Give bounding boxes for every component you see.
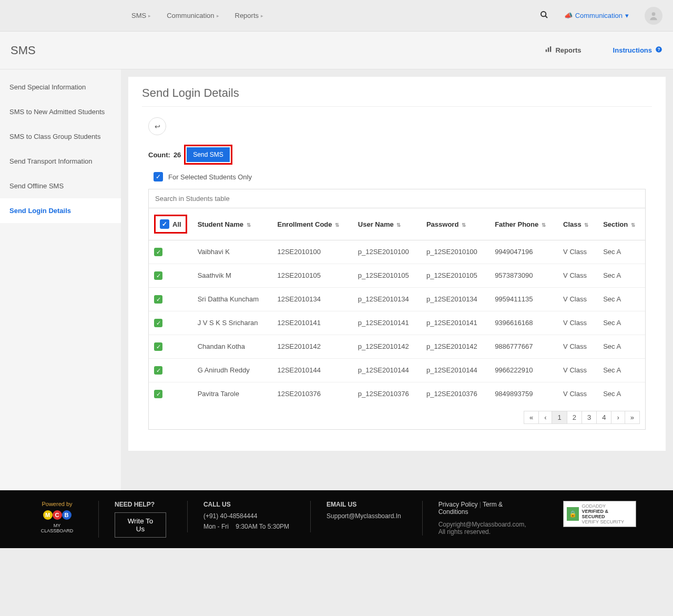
page-2[interactable]: 2 <box>567 411 582 424</box>
sort-icon: ⇅ <box>462 222 466 228</box>
crumb-communication[interactable]: Communication ▸ <box>167 12 219 19</box>
cell-class: V Class <box>558 311 598 335</box>
svg-rect-4 <box>548 48 549 52</box>
cell-class: V Class <box>558 382 598 406</box>
search-input[interactable] <box>149 189 645 208</box>
cell-pass: p_12SE2010376 <box>421 382 490 406</box>
row-checkbox[interactable]: ✓ <box>154 390 162 398</box>
col-header-2[interactable]: User Name ⇅ <box>353 208 421 240</box>
privacy-link[interactable]: Privacy Policy <box>439 501 478 508</box>
row-checkbox[interactable]: ✓ <box>154 295 162 304</box>
cell-name: Pavitra Tarole <box>192 382 272 406</box>
row-checkbox[interactable]: ✓ <box>154 248 162 256</box>
cell-pass: p_12SE2010105 <box>421 264 490 288</box>
page-‹[interactable]: ‹ <box>538 411 552 424</box>
count-label: Count: <box>148 151 170 159</box>
students-table: ✓AllStudent Name ⇅Enrollment Code ⇅User … <box>149 208 645 406</box>
svg-point-2 <box>652 12 656 16</box>
pagination: «‹1234›» <box>149 406 645 429</box>
sort-icon: ⇅ <box>247 222 251 228</box>
powered-by: Powered by <box>37 501 77 507</box>
table-row: ✓Chandan Kotha12SE2010142p_12SE2010142p_… <box>149 335 645 359</box>
call-title: CALL US <box>203 501 289 508</box>
cell-name: Vaibhavi K <box>192 240 272 264</box>
cell-phone: 9959411135 <box>490 288 558 311</box>
sidebar-item-0[interactable]: Send Special Information <box>0 75 121 99</box>
email-title: EMAIL US <box>327 501 401 508</box>
svg-rect-3 <box>546 49 547 52</box>
col-header-6[interactable]: Section ⇅ <box>598 208 645 240</box>
cell-class: V Class <box>558 288 598 311</box>
cell-pass: p_12SE2010144 <box>421 359 490 382</box>
sidebar-item-3[interactable]: Send Transport Information <box>0 149 121 174</box>
tab-instructions[interactable]: Instructions ? <box>613 46 662 55</box>
page-«[interactable]: « <box>524 411 539 424</box>
cell-pass: p_12SE2010134 <box>421 288 490 311</box>
back-button[interactable]: ↩ <box>148 117 166 135</box>
cell-code: 12SE2010105 <box>272 264 352 288</box>
table-row: ✓Pavitra Tarole12SE2010376p_12SE2010376p… <box>149 382 645 406</box>
help-title: NEED HELP? <box>115 501 166 508</box>
subheader: SMS Reports Instructions ? <box>0 32 673 69</box>
cell-user: p_12SE2010100 <box>353 240 421 264</box>
col-header-0[interactable]: Student Name ⇅ <box>192 208 272 240</box>
brand-name: MY CLASSBOARD <box>37 523 77 533</box>
page-»[interactable]: » <box>625 411 640 424</box>
all-label: All <box>172 220 181 228</box>
svg-line-1 <box>545 16 547 18</box>
cell-phone: 9573873090 <box>490 264 558 288</box>
sort-icon: ⇅ <box>396 222 401 228</box>
back-arrow-icon: ↩ <box>155 123 160 130</box>
send-sms-button[interactable]: Send SMS <box>187 147 229 162</box>
sidebar-item-2[interactable]: SMS to Class Group Students <box>0 124 121 149</box>
cell-section: Sec A <box>598 311 645 335</box>
support-email: Support@Myclassboard.In <box>327 512 401 520</box>
row-checkbox[interactable]: ✓ <box>154 342 162 351</box>
cell-section: Sec A <box>598 240 645 264</box>
send-sms-highlight: Send SMS <box>184 145 232 165</box>
security-badge[interactable]: 🔒 GODADDY VERIFIED & SECURED VERIFY SECU… <box>563 501 636 527</box>
cell-class: V Class <box>558 264 598 288</box>
tab-reports[interactable]: Reports <box>545 46 581 55</box>
cell-name: J V S K S Sricharan <box>192 311 272 335</box>
page-title: SMS <box>11 44 36 57</box>
avatar[interactable] <box>645 7 662 25</box>
page-1[interactable]: 1 <box>552 411 567 424</box>
sidebar-item-5[interactable]: Send Login Details <box>0 198 121 223</box>
row-checkbox[interactable]: ✓ <box>154 366 162 375</box>
search-icon[interactable] <box>540 11 548 21</box>
page-4[interactable]: 4 <box>596 411 611 424</box>
page-›[interactable]: › <box>611 411 625 424</box>
crumb-reports[interactable]: Reports ▸ <box>235 12 264 19</box>
row-checkbox[interactable]: ✓ <box>154 271 162 280</box>
col-header-5[interactable]: Class ⇅ <box>558 208 598 240</box>
count-value: 26 <box>174 151 181 159</box>
page-3[interactable]: 3 <box>582 411 597 424</box>
selected-only-label: For Selected Students Only <box>168 173 252 181</box>
cell-user: p_12SE2010105 <box>353 264 421 288</box>
col-header-4[interactable]: Father Phone ⇅ <box>490 208 558 240</box>
col-header-3[interactable]: Password ⇅ <box>421 208 490 240</box>
col-header-1[interactable]: Enrollment Code ⇅ <box>272 208 352 240</box>
cell-section: Sec A <box>598 335 645 359</box>
crumb-sms[interactable]: SMS ▸ <box>131 12 151 19</box>
help-icon: ? <box>655 46 662 55</box>
card-title: Send Login Details <box>142 86 652 107</box>
row-checkbox[interactable]: ✓ <box>154 319 162 327</box>
sidebar-item-4[interactable]: Send Offline SMS <box>0 174 121 198</box>
cell-code: 12SE2010144 <box>272 359 352 382</box>
cell-pass: p_12SE2010100 <box>421 240 490 264</box>
sidebar-item-1[interactable]: SMS to New Admitted Students <box>0 99 121 124</box>
sort-icon: ⇅ <box>631 222 635 228</box>
chevron-right-icon: ▸ <box>217 13 219 18</box>
write-to-us-button[interactable]: Write To Us <box>115 512 166 538</box>
chevron-right-icon: ▸ <box>261 13 263 18</box>
cell-pass: p_12SE2010142 <box>421 335 490 359</box>
cell-section: Sec A <box>598 382 645 406</box>
cell-section: Sec A <box>598 359 645 382</box>
communication-dropdown[interactable]: 📣 Communication ▾ <box>564 12 629 19</box>
cell-section: Sec A <box>598 264 645 288</box>
select-all-checkbox[interactable]: ✓ <box>160 219 169 229</box>
selected-only-checkbox[interactable]: ✓ <box>154 172 163 181</box>
sort-icon: ⇅ <box>584 222 588 228</box>
